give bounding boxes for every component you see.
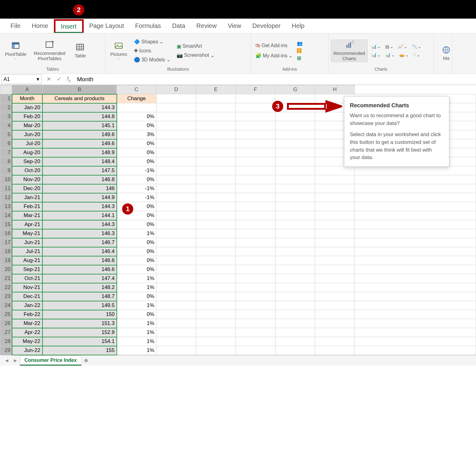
cell[interactable] [275,274,315,283]
cell[interactable] [275,193,315,202]
cell[interactable] [196,202,236,211]
row-header[interactable]: 27 [0,328,12,337]
cell[interactable] [156,274,196,283]
row-header[interactable]: 14 [0,211,12,220]
cell[interactable] [156,283,196,292]
cell[interactable] [156,148,196,157]
cell[interactable]: 144.1 [42,211,117,220]
cell[interactable]: Nov-21 [12,283,42,292]
cell[interactable] [236,328,275,337]
cell[interactable]: 146.3 [42,229,117,238]
row-header[interactable]: 17 [0,238,12,247]
cell[interactable]: 147.4 [42,274,117,283]
cell[interactable] [355,301,476,310]
cell[interactable] [236,193,275,202]
cell[interactable] [275,256,315,265]
cell[interactable]: 1% [117,274,156,283]
cell[interactable] [355,175,476,184]
cell[interactable] [315,247,355,256]
cell[interactable] [196,229,236,238]
cell[interactable]: 146.7 [42,238,117,247]
col-header-F[interactable]: F [236,85,275,94]
row-header[interactable]: 22 [0,283,12,292]
cancel-formula-button[interactable]: ✕ [46,76,51,83]
cell[interactable] [196,346,236,355]
cell[interactable]: Dec-20 [12,184,42,193]
cell[interactable]: 146.4 [42,247,117,256]
cell[interactable] [236,238,275,247]
cell[interactable] [156,292,196,301]
cell[interactable] [355,202,476,211]
cell[interactable]: Oct-21 [12,274,42,283]
row-header[interactable]: 20 [0,265,12,274]
table-row[interactable]: 11Dec-20146-1% [0,184,476,193]
cell[interactable]: 149.5 [42,301,117,310]
cell[interactable] [196,283,236,292]
cell[interactable] [355,346,476,355]
cell[interactable] [275,220,315,229]
cell[interactable] [156,157,196,166]
cell[interactable]: Jul-20 [12,139,42,148]
row-header[interactable]: 5 [0,130,12,139]
cell[interactable] [275,283,315,292]
cell[interactable] [236,301,275,310]
cell[interactable] [196,328,236,337]
cell[interactable] [156,346,196,355]
cell[interactable] [156,193,196,202]
row-header[interactable]: 10 [0,175,12,184]
cell[interactable] [315,166,355,175]
cell[interactable] [196,265,236,274]
cell[interactable] [275,148,315,157]
cell[interactable] [236,202,275,211]
cell[interactable]: 0% [117,211,156,220]
cell[interactable] [275,175,315,184]
row-header[interactable]: 16 [0,229,12,238]
table-row[interactable]: 19Aug-21146.60% [0,256,476,265]
column-chart-button[interactable]: 📊⌄ [370,43,382,50]
row-header[interactable]: 26 [0,319,12,328]
cell[interactable] [275,310,315,319]
cell[interactable] [236,337,275,346]
cell[interactable] [315,310,355,319]
table-row[interactable]: 25Feb-221500% [0,310,476,319]
cell[interactable] [156,112,196,121]
cell[interactable] [275,139,315,148]
row-header[interactable]: 3 [0,112,12,121]
sheet-tab-active[interactable]: Consumer Price Index [20,356,82,366]
cell[interactable] [196,256,236,265]
smartart-button[interactable]: ▣SmartArt [175,42,216,51]
cell[interactable]: 155 [42,346,117,355]
bing-maps-icon[interactable]: 🅱 [297,48,303,53]
combo-chart-button[interactable]: 📈⌄ [397,43,409,50]
cell[interactable]: -1% [117,166,156,175]
cell[interactable]: Jun-20 [12,130,42,139]
table-row[interactable]: 12Jan-21144.9-1% [0,193,476,202]
cell[interactable] [236,157,275,166]
cell[interactable] [275,301,315,310]
cell[interactable] [315,319,355,328]
cell[interactable] [196,274,236,283]
table-row[interactable]: 21Oct-21147.41% [0,274,476,283]
table-button[interactable]: Table [70,42,90,59]
cell[interactable] [315,238,355,247]
cell[interactable]: 149.6 [42,130,117,139]
cell[interactable]: 146.6 [42,265,117,274]
cell[interactable] [236,265,275,274]
shapes-button[interactable]: 🔷Shapes⌄ [132,38,172,46]
cell[interactable] [156,220,196,229]
cell[interactable] [355,229,476,238]
cell[interactable] [355,319,476,328]
cell[interactable]: Sep-21 [12,265,42,274]
row-header[interactable]: 18 [0,247,12,256]
cell[interactable] [315,283,355,292]
cell[interactable]: Cereals and products [42,94,117,103]
cell[interactable]: 1% [117,283,156,292]
cell[interactable] [275,265,315,274]
cell[interactable] [156,139,196,148]
cell[interactable] [156,130,196,139]
cell[interactable] [196,238,236,247]
cell[interactable]: 0% [117,112,156,121]
tab-review[interactable]: Review [191,20,223,32]
cell[interactable] [275,238,315,247]
cell[interactable] [196,148,236,157]
